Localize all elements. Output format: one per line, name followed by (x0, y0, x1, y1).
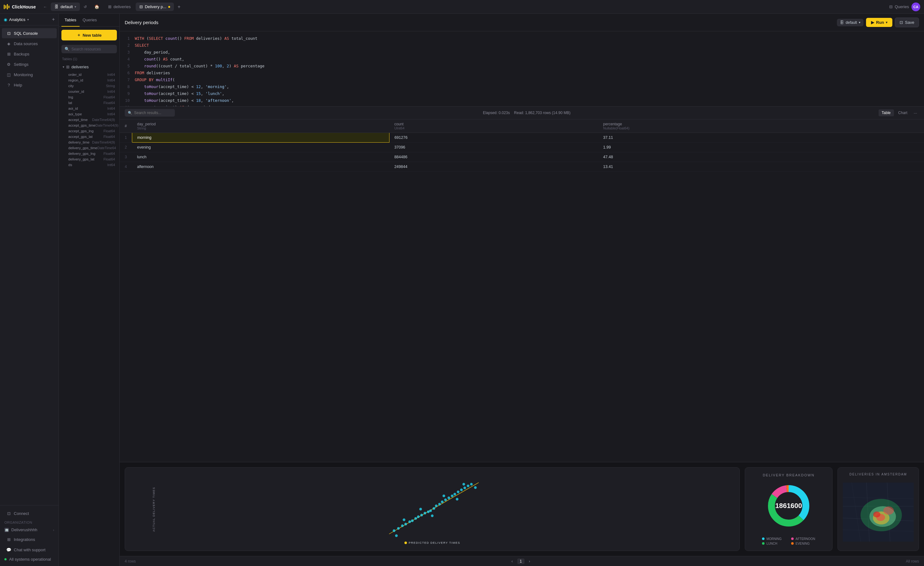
donut-value: 1861600 (775, 502, 802, 510)
panel-tabs: Tables Queries (59, 14, 119, 27)
view-chart-button[interactable]: Chart (895, 110, 910, 116)
table-icon: ⊞ (108, 5, 111, 9)
sidebar-item-integrations[interactable]: ⊞ Integrations (2, 534, 57, 544)
legend-dot-evening (791, 542, 794, 545)
tab-tables[interactable]: Tables (62, 14, 80, 27)
results-search: 🔍 (125, 109, 175, 117)
code-line-6: 6 FROM deliveries (120, 69, 924, 77)
results-bar: 🔍 Elapsed: 0.023s Read: 1,862,703 rows (… (120, 107, 924, 119)
sidebar-item-backups[interactable]: ⊞ Backups (2, 49, 57, 59)
sidebar-item-connect[interactable]: ⊡ Connect (2, 508, 57, 518)
monitoring-icon: ◫ (6, 72, 11, 77)
col-count: count UInt64 (389, 119, 598, 133)
tab-deliveries[interactable]: ⊞ deliveries (104, 3, 134, 11)
view-table-button[interactable]: Table (879, 110, 894, 116)
field-city: city String (60, 83, 118, 89)
save-button[interactable]: ⊡ Save (895, 18, 919, 27)
row-count: 4 rows (125, 559, 136, 563)
svg-point-32 (474, 486, 477, 489)
sidebar-item-sql-console[interactable]: ⊡ SQL Console (2, 28, 57, 38)
new-table-button[interactable]: ＋ New table (62, 30, 117, 41)
sidebar-item-settings[interactable]: ⚙ Settings (2, 59, 57, 69)
cell-percentage-1: 37.11 (598, 133, 924, 143)
row-num-4: 4 (120, 162, 132, 172)
field-delivery-time: delivery_time DateTime64(9) (60, 140, 118, 145)
code-line-1: 1 WITH (SELECT count() FROM deliveries) … (120, 35, 924, 42)
chevron-down-icon: ▾ (63, 65, 64, 69)
map-title: DELIVERIES IN AMSTERDAM (849, 473, 907, 476)
legend-lunch: LUNCH (762, 542, 786, 545)
sidebar-item-monitoring[interactable]: ◫ Monitoring (2, 69, 57, 80)
add-tab-button[interactable]: + (175, 3, 183, 11)
svg-point-22 (460, 489, 462, 491)
tab-default[interactable]: 🗄 default ▾ (51, 3, 80, 11)
svg-point-10 (424, 512, 426, 514)
run-button[interactable]: ▶ Run ▾ (866, 18, 892, 27)
map-chart-card: DELIVERIES IN AMSTERDAM (837, 467, 919, 551)
prev-page-button[interactable]: ‹ (510, 558, 514, 564)
table-row: 1 morning 691276 37.11 (120, 133, 924, 143)
settings-icon: ⚙ (6, 62, 11, 67)
sidebar: ◉ Analytics ▾ + ⊡ SQL Console ◈ Data sou… (0, 14, 59, 566)
svg-point-19 (451, 494, 453, 497)
sidebar-chevron-icon: ▾ (27, 18, 29, 21)
query-title: Delivery periods (125, 20, 159, 25)
sidebar-header: ◉ Analytics ▾ + (0, 14, 58, 26)
main-content: Delivery periods 🗄 default ▾ ▶ Run ▾ ⊡ S… (120, 14, 924, 566)
main-layout: ◉ Analytics ▾ + ⊡ SQL Console ◈ Data sou… (0, 14, 924, 566)
avatar[interactable]: CA (912, 3, 920, 11)
tables-panel: Tables Queries ＋ New table 🔍 Tables (1) … (59, 14, 120, 566)
sidebar-add-button[interactable]: + (52, 17, 55, 22)
pagination: ‹ 1 › (510, 558, 532, 564)
status-dot (4, 558, 7, 560)
tab-delivery-periods[interactable]: ⊟ Delivery p... (136, 3, 174, 11)
donut-center: 1861600 (775, 502, 802, 510)
org-label: Organization (0, 519, 58, 525)
cell-day-period-1: morning (132, 133, 389, 143)
connect-icon: ⊡ (6, 511, 11, 516)
cell-percentage-2: 1.99 (598, 143, 924, 152)
back-button[interactable]: ← (41, 3, 50, 11)
sidebar-item-support[interactable]: 💬 Chat with support (2, 545, 57, 555)
queries-link[interactable]: ⊟ Queries (889, 5, 909, 9)
donut-wrapper: 1861600 (764, 481, 814, 531)
chevron-down-icon: ▾ (859, 21, 860, 24)
field-lat: lat Float64 (60, 100, 118, 106)
sidebar-item-data-sources[interactable]: ◈ Data sources (2, 39, 57, 49)
tab-queries[interactable]: Queries (80, 14, 100, 27)
svg-point-30 (456, 498, 458, 500)
row-num-1: 1 (120, 133, 132, 143)
sidebar-title-row[interactable]: ◉ Analytics ▾ (4, 17, 29, 22)
svg-point-31 (462, 483, 465, 485)
sidebar-nav: ⊡ SQL Console ◈ Data sources ⊞ Backups ⚙… (0, 26, 58, 505)
search-icon: 🔍 (128, 111, 132, 115)
search-input[interactable] (72, 47, 118, 51)
field-accept-gps-lat: accept_gps_lat Float64 (60, 134, 118, 140)
help-icon: ? (6, 83, 11, 87)
svg-point-2 (397, 527, 399, 530)
sql-console-icon: ⊡ (6, 31, 11, 36)
scatter-svg (130, 473, 734, 546)
code-line-9: 9 toHour(accept_time) < 15, 'lunch', (120, 90, 924, 97)
code-line-3: 3 day_period, (120, 49, 924, 56)
data-table: # day_period String count UInt64 percent… (120, 119, 924, 172)
svg-point-21 (457, 491, 459, 493)
svg-point-6 (411, 519, 414, 522)
code-editor[interactable]: 1 WITH (SELECT count() FROM deliveries) … (120, 32, 924, 107)
cell-percentage-3: 47.48 (598, 152, 924, 162)
db-selector[interactable]: 🗄 default ▾ (837, 19, 864, 26)
sidebar-item-help[interactable]: ? Help (2, 80, 57, 90)
next-page-button[interactable]: › (527, 558, 532, 564)
table-group-header[interactable]: ▾ ⊞ deliveries (60, 63, 118, 71)
svg-point-5 (408, 521, 411, 523)
results-search-input[interactable] (134, 111, 172, 115)
logo-icon (4, 4, 9, 9)
org-icon: 🏢 (4, 528, 9, 532)
app-logo: ClickHouse (4, 4, 36, 9)
tab-home[interactable]: 🏠 (90, 3, 103, 11)
svg-point-25 (470, 483, 472, 485)
more-options-button[interactable]: ··· (912, 110, 919, 117)
query-header: Delivery periods 🗄 default ▾ ▶ Run ▾ ⊡ S… (120, 14, 924, 32)
refresh-button[interactable]: ↺ (81, 3, 89, 11)
org-item[interactable]: 🏢 Deliverushhhh › (0, 525, 58, 534)
